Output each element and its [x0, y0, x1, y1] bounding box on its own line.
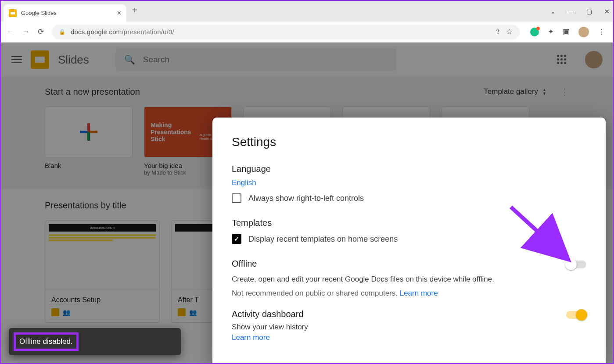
close-window-button[interactable]: ✕	[604, 8, 610, 15]
settings-dialog: Settings Language English Always show ri…	[212, 118, 606, 364]
rtl-checkbox[interactable]	[232, 193, 241, 203]
share-icon[interactable]: ⇪	[495, 27, 501, 36]
back-button[interactable]: ←	[6, 27, 14, 36]
language-heading: Language	[232, 164, 586, 174]
slides-favicon	[9, 9, 17, 17]
offline-heading: Offline	[232, 259, 566, 269]
close-tab-icon[interactable]: ×	[117, 9, 121, 17]
minimize-button[interactable]: —	[568, 8, 574, 15]
offline-note: Not recommended on public or shared comp…	[232, 289, 566, 298]
activity-description: Show your view history	[232, 323, 566, 332]
titlebar: Google Slides × + ⌄ — ▢ ✕	[1, 1, 613, 21]
bookmark-icon[interactable]: ☆	[506, 27, 513, 36]
templates-label: Display recent templates on home screens	[248, 235, 398, 244]
rtl-label: Always show right-to-left controls	[248, 194, 364, 203]
extensions-icon[interactable]: ✦	[548, 27, 554, 36]
url-field[interactable]: 🔒 docs.google.com/presentation/u/0/ ⇪ ☆	[52, 25, 520, 39]
forward-button[interactable]: →	[22, 27, 30, 36]
reload-button[interactable]: ⟳	[38, 27, 44, 36]
url-text: docs.google.com/presentation/u/0/	[71, 28, 174, 36]
chevron-down-icon[interactable]: ⌄	[550, 8, 556, 15]
maximize-button[interactable]: ▢	[586, 8, 592, 15]
toast: Offline disabled.	[9, 328, 181, 355]
activity-toggle[interactable]	[566, 311, 586, 319]
new-tab-button[interactable]: +	[126, 5, 143, 17]
tab-title: Google Slides	[21, 10, 113, 16]
toast-message: Offline disabled.	[19, 337, 73, 346]
lock-icon: 🔒	[59, 29, 65, 35]
browser-tab[interactable]: Google Slides ×	[4, 4, 126, 21]
address-bar: ← → ⟳ 🔒 docs.google.com/presentation/u/0…	[1, 21, 613, 43]
language-link[interactable]: English	[232, 178, 256, 187]
templates-heading: Templates	[232, 218, 586, 228]
grammarly-extension-icon[interactable]	[530, 28, 539, 36]
activity-learn-more-link[interactable]: Learn more	[232, 333, 270, 342]
dialog-title: Settings	[232, 135, 586, 149]
profile-avatar-small[interactable]	[578, 27, 589, 37]
side-panel-icon[interactable]: ▣	[563, 27, 570, 36]
chrome-menu-icon[interactable]: ⋮	[598, 27, 605, 36]
offline-learn-more-link[interactable]: Learn more	[400, 289, 438, 297]
offline-toggle[interactable]	[566, 261, 586, 268]
offline-description: Create, open and edit your recent Google…	[232, 275, 566, 284]
activity-heading: Activity dashboard	[232, 309, 566, 319]
templates-checkbox[interactable]	[232, 234, 241, 244]
